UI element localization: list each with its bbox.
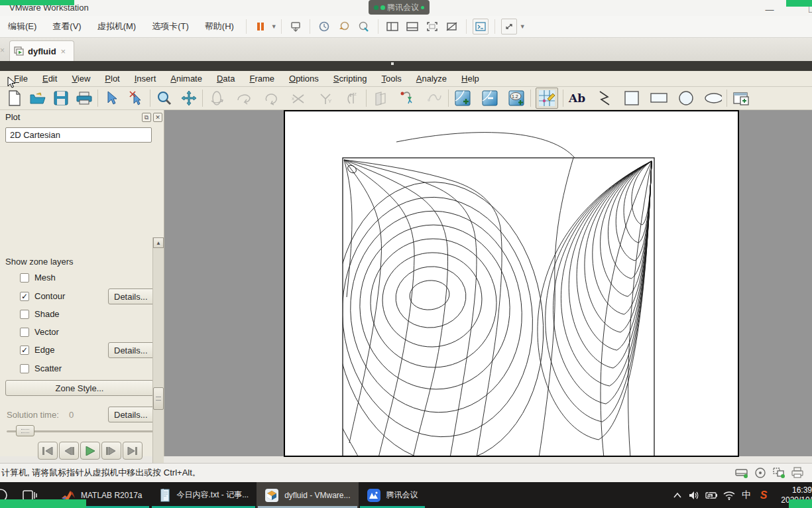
step-forward-button[interactable] (101, 442, 121, 460)
add-contour-label-icon[interactable]: 1.2 (508, 89, 526, 107)
step-back-button[interactable] (59, 442, 79, 460)
contour-checkbox[interactable]: ✓ (20, 292, 29, 301)
tp-menu-scripting[interactable]: Scripting (326, 72, 375, 86)
solution-time-details-button[interactable]: Details... (108, 407, 156, 422)
minimize-button[interactable]: — (761, 7, 778, 15)
print-icon[interactable] (75, 89, 93, 107)
wifi-icon[interactable] (721, 482, 738, 508)
tp-menu-analyze[interactable]: Analyze (409, 72, 454, 86)
menu-edit[interactable]: 编辑(E) (0, 18, 44, 35)
tp-menu-frame[interactable]: Frame (242, 72, 282, 86)
pause-dropdown-caret-icon[interactable]: ▼ (271, 23, 277, 30)
add-contour-level-icon[interactable] (453, 89, 471, 107)
send-ctrl-alt-del-icon[interactable] (288, 19, 304, 34)
menu-vm[interactable]: 虚拟机(M) (89, 18, 145, 35)
unity-mode-icon[interactable] (444, 19, 460, 34)
show-library-icon[interactable] (384, 19, 400, 34)
contour-details-button[interactable]: Details... (108, 288, 156, 304)
rotate-z-icon[interactable]: z (343, 89, 361, 107)
tp-menu-animate[interactable]: Animate (163, 72, 209, 86)
printer-status-icon[interactable] (789, 466, 805, 479)
tp-menu-edit[interactable]: Edit (35, 72, 64, 86)
add-streamtrace-icon[interactable] (398, 89, 416, 107)
tencent-meeting-overlay[interactable]: 腾讯会议 (369, 0, 430, 15)
tp-menu-view[interactable]: View (64, 72, 97, 86)
harddisk-status-icon[interactable] (734, 466, 750, 479)
tp-menu-tools[interactable]: Tools (374, 72, 408, 86)
scrollbar-thumb[interactable] (153, 387, 164, 410)
volume-icon[interactable] (686, 482, 703, 508)
network-status-icon[interactable] (771, 466, 787, 479)
solution-time-slider-thumb[interactable] (16, 425, 34, 436)
select-tool-icon[interactable] (103, 89, 121, 107)
menu-view[interactable]: 查看(V) (44, 18, 89, 35)
zone-style-button[interactable]: Zone Style... (5, 380, 154, 396)
plot-frame-canvas[interactable] (284, 110, 739, 457)
panel-float-icon[interactable]: ⧉ (142, 113, 151, 122)
zoom-tool-icon[interactable] (155, 89, 173, 107)
battery-icon[interactable] (703, 482, 721, 508)
play-button[interactable] (80, 442, 100, 460)
open-file-icon[interactable] (29, 89, 46, 107)
tp-menu-insert[interactable]: Insert (127, 72, 164, 86)
go-to-first-button[interactable] (38, 442, 58, 460)
taskbar-app-vmware[interactable]: dyfluid - VMware... (257, 482, 358, 508)
partial-tab-close-icon[interactable]: × (0, 46, 5, 55)
tray-chevron-icon[interactable] (669, 482, 686, 508)
ellipse-tool-icon[interactable] (704, 89, 722, 107)
fullscreen-icon[interactable] (424, 19, 440, 34)
rotate-sphere-icon[interactable] (207, 89, 225, 107)
text-tool-icon[interactable]: Ab (568, 89, 586, 107)
rotate-y-icon[interactable]: Y (316, 89, 334, 107)
tp-menu-plot[interactable]: Plot (97, 72, 127, 86)
rotate-twist-icon[interactable] (262, 89, 280, 107)
panel-close-icon[interactable]: ✕ (153, 113, 162, 122)
polyline-tool-icon[interactable] (595, 89, 613, 107)
square-tool-icon[interactable] (622, 89, 640, 107)
remove-contour-level-icon[interactable] (481, 89, 498, 107)
rotate-rollerball-icon[interactable] (235, 89, 253, 107)
maximize-button[interactable]: ❐ (803, 7, 812, 15)
show-thumbnail-bar-icon[interactable] (404, 19, 420, 34)
translate-tool-icon[interactable] (180, 89, 198, 107)
cdrom-status-icon[interactable] (752, 466, 768, 479)
fit-guest-icon[interactable] (501, 19, 517, 34)
scrollbar-up-icon[interactable]: ▲ (153, 237, 164, 248)
revert-snapshot-icon[interactable] (336, 19, 352, 34)
tp-menu-help[interactable]: Help (454, 72, 487, 86)
new-layout-icon[interactable] (5, 89, 23, 107)
taskbar-app-tencent-meeting[interactable]: 腾讯会议 (359, 482, 426, 508)
new-frame-icon[interactable] (732, 89, 750, 107)
fit-dropdown-caret-icon[interactable]: ▼ (520, 23, 526, 30)
ime-indicator[interactable]: 中 (738, 482, 755, 508)
plot-type-dropdown[interactable]: 2D Cartesian (5, 127, 152, 143)
tab-close-icon[interactable]: × (61, 46, 66, 56)
tp-menu-options[interactable]: Options (282, 72, 326, 86)
snapshot-manager-icon[interactable] (356, 19, 372, 34)
rotate-x-icon[interactable]: x (289, 89, 307, 107)
streamtrace-path-icon[interactable] (426, 89, 443, 107)
vmware-statusbar: 计算机, 请将鼠标指针从虚拟机中移出或按 Ctrl+Alt。 (0, 463, 812, 482)
taskbar-app-notepad[interactable]: 今日内容.txt - 记事... (150, 482, 257, 508)
scatter-checkbox[interactable] (20, 364, 29, 373)
vm-tab-dyfluid[interactable]: dyfluid × (9, 40, 74, 61)
save-icon[interactable] (52, 89, 70, 107)
edge-details-button[interactable]: Details... (108, 342, 156, 358)
pause-vm-icon[interactable] (253, 19, 268, 34)
adjust-tool-icon[interactable] (127, 89, 145, 107)
edit-grid-tool-icon[interactable] (536, 88, 558, 109)
take-snapshot-icon[interactable] (316, 19, 332, 34)
shade-checkbox[interactable] (20, 310, 29, 319)
tp-menu-data[interactable]: Data (209, 72, 242, 86)
mesh-checkbox[interactable] (20, 273, 29, 283)
sogou-tray-icon[interactable]: S (755, 482, 772, 508)
vector-checkbox[interactable] (20, 328, 29, 337)
console-view-icon[interactable] (473, 19, 489, 34)
go-to-last-button[interactable] (123, 442, 143, 460)
slice-tool-icon[interactable] (371, 89, 389, 107)
rectangle-tool-icon[interactable] (650, 89, 667, 107)
circle-tool-icon[interactable] (677, 89, 695, 107)
edge-checkbox[interactable]: ✓ (20, 346, 29, 355)
menu-tabs[interactable]: 选项卡(T) (144, 18, 197, 35)
menu-help[interactable]: 帮助(H) (197, 18, 242, 35)
